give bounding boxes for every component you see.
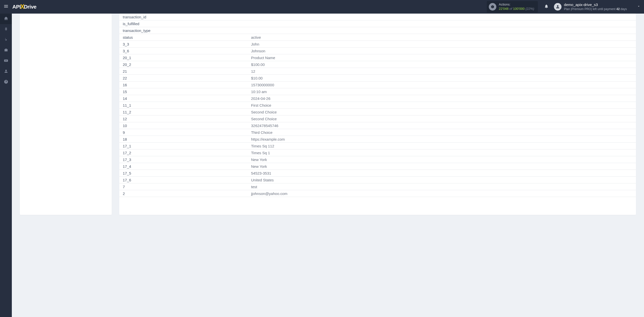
field-value: 54523-3531 — [248, 170, 636, 177]
table-row: 17_554523-3531 — [119, 170, 636, 177]
notifications-button[interactable] — [541, 4, 551, 10]
field-value: Second Choice — [248, 109, 636, 115]
actions-current: 22'048 — [499, 7, 509, 11]
field-value — [248, 27, 636, 34]
field-key: 12 — [119, 115, 248, 122]
user-plan-line: Plan |Premium PRO| left until payment 42… — [564, 7, 627, 11]
home-icon — [4, 16, 8, 22]
field-key: transaction_type — [119, 27, 248, 34]
sidebar-item-account[interactable] — [0, 66, 12, 77]
bell-icon — [544, 4, 549, 10]
field-key: 7 — [119, 183, 248, 190]
field-value: Times Sq 1 — [248, 149, 636, 156]
field-key: status — [119, 34, 248, 41]
sidebar-item-home[interactable] — [0, 14, 12, 24]
table-row: 1615730000000 — [119, 82, 636, 88]
table-row: 2112 — [119, 68, 636, 75]
sidebar-item-tools[interactable] — [0, 45, 12, 56]
field-key: 10 — [119, 122, 248, 129]
actions-label: Actions: — [499, 3, 534, 7]
avatar — [554, 3, 561, 11]
user-name: demo_apix-drive_s3 — [564, 2, 627, 7]
hamburger-menu-button[interactable] — [0, 0, 12, 14]
data-table: transaction_idis_fulfilledtransaction_ty… — [119, 14, 636, 197]
topbar: API X Drive Actions: 22'048 of 100'000 (… — [0, 0, 644, 14]
field-value: John — [248, 41, 636, 48]
user-text: demo_apix-drive_s3 Plan |Premium PRO| le… — [564, 2, 627, 11]
field-value: United States — [248, 177, 636, 183]
sitemap-icon — [4, 27, 8, 32]
sidebar-item-billing[interactable] — [0, 35, 12, 45]
briefcase-icon — [4, 48, 8, 53]
table-row: 1510:10 am — [119, 88, 636, 95]
sidebar-item-connections[interactable] — [0, 24, 12, 35]
table-row: 3_6Johnson — [119, 48, 636, 54]
field-key: is_fulfilled — [119, 20, 248, 27]
actions-usage-box[interactable]: Actions: 22'048 of 100'000 (22%) — [487, 1, 538, 13]
field-key: 14 — [119, 95, 248, 102]
table-row: 20_2$100.00 — [119, 61, 636, 68]
field-key: 18 — [119, 136, 248, 143]
table-row: 11_1First Choice — [119, 102, 636, 109]
table-row: 17_6United States — [119, 177, 636, 183]
field-value: Product Name — [248, 54, 636, 61]
field-value: active — [248, 34, 636, 41]
sidebar-item-help[interactable] — [0, 77, 12, 88]
field-value: $10.00 — [248, 75, 636, 82]
field-key: 22 — [119, 75, 248, 82]
field-key: 11_2 — [119, 109, 248, 115]
user-icon — [4, 69, 8, 74]
logo-part-x: X — [20, 3, 24, 10]
field-value: 12 — [248, 68, 636, 75]
field-value: Second Choice — [248, 115, 636, 122]
logo[interactable]: API X Drive — [12, 3, 36, 11]
field-key: 17_4 — [119, 163, 248, 170]
field-key: 20_1 — [119, 54, 248, 61]
table-row: 3_3John — [119, 41, 636, 48]
field-value — [248, 20, 636, 27]
field-key: 15 — [119, 88, 248, 95]
field-value — [248, 14, 636, 20]
actions-values: 22'048 of 100'000 (22%) — [499, 7, 534, 11]
page-content: transaction_idis_fulfilledtransaction_ty… — [12, 14, 644, 317]
table-row: 17_2Times Sq 1 — [119, 149, 636, 156]
field-key: 17_6 — [119, 177, 248, 183]
plan-days: 42 — [616, 7, 620, 11]
field-key: 20_2 — [119, 61, 248, 68]
field-key: 11_1 — [119, 102, 248, 109]
plan-mid: | left until payment — [591, 7, 616, 11]
table-row: is_fulfilled — [119, 20, 636, 27]
field-key: 17_1 — [119, 143, 248, 149]
field-value: Third Choice — [248, 129, 636, 136]
plan-days-suffix: days — [620, 7, 627, 11]
sidebar-item-youtube[interactable] — [0, 56, 12, 66]
plan-name: Premium PRO — [572, 7, 591, 11]
field-key: 2 — [119, 190, 248, 197]
sidebar — [0, 14, 12, 317]
field-key: 3_6 — [119, 48, 248, 54]
field-value: https://example.com — [248, 136, 636, 143]
question-icon — [4, 80, 8, 85]
table-row: 2jjohnson@yahoo.com — [119, 190, 636, 197]
field-value: test — [248, 183, 636, 190]
field-key: 21 — [119, 68, 248, 75]
field-value: New York — [248, 163, 636, 170]
logo-part-api: API — [12, 4, 21, 10]
table-row: 17_1Times Sq 112 — [119, 143, 636, 149]
field-key: 17_5 — [119, 170, 248, 177]
youtube-icon — [4, 58, 8, 64]
user-menu[interactable]: demo_apix-drive_s3 Plan |Premium PRO| le… — [554, 2, 627, 11]
field-key: 9 — [119, 129, 248, 136]
field-value: Times Sq 112 — [248, 143, 636, 149]
field-value: Johnson — [248, 48, 636, 54]
field-key: 16 — [119, 82, 248, 88]
field-value: First Choice — [248, 102, 636, 109]
field-value: 10:10 am — [248, 88, 636, 95]
field-value: 2024-04-26 — [248, 95, 636, 102]
user-menu-toggle[interactable] — [637, 5, 640, 9]
field-key: 17_3 — [119, 156, 248, 163]
table-row: 17_3New York — [119, 156, 636, 163]
table-row: 9Third Choice — [119, 129, 636, 136]
field-key: transaction_id — [119, 14, 248, 20]
actions-max: 100'000 — [513, 7, 525, 11]
